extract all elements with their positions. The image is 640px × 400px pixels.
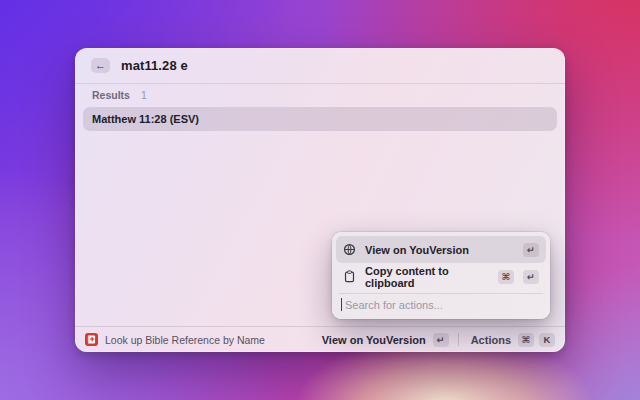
clipboard-icon: [343, 270, 356, 283]
actions-button[interactable]: Actions: [471, 334, 511, 346]
text-cursor: [341, 298, 342, 311]
result-item[interactable]: Matthew 11:28 (ESV): [83, 107, 557, 131]
return-key-badge: ↵: [433, 333, 449, 347]
command-name: Look up Bible Reference by Name: [105, 334, 265, 346]
action-label: View on YouVersion: [365, 244, 469, 256]
bible-app-icon: [85, 333, 98, 346]
actions-search-placeholder: Search for actions...: [345, 299, 443, 311]
results-section-header: Results 1: [92, 89, 147, 101]
status-bar-divider: [458, 333, 459, 346]
return-key-badge: ↵: [523, 243, 539, 257]
desktop-background: ← mat11.28 e Results 1 Matthew 11:28 (ES…: [0, 0, 640, 400]
results-section-label: Results: [92, 89, 130, 101]
k-key-badge: K: [539, 333, 555, 347]
status-bar-right: View on YouVersion ↵ Actions ⌘ K: [322, 333, 555, 347]
search-input[interactable]: mat11.28 e: [121, 58, 188, 73]
action-item-view-on-youversion[interactable]: View on YouVersion ↵: [336, 236, 546, 263]
action-label: Copy content to clipboard: [365, 265, 480, 289]
result-title: Matthew 11:28 (ESV): [92, 113, 199, 125]
back-arrow-icon: ←: [95, 60, 106, 71]
primary-action-label[interactable]: View on YouVersion: [322, 334, 426, 346]
globe-icon: [343, 243, 356, 256]
actions-panel: View on YouVersion ↵ Copy content to cli…: [332, 232, 550, 319]
status-bar-left: Look up Bible Reference by Name: [85, 333, 265, 346]
status-bar: Look up Bible Reference by Name View on …: [75, 326, 565, 352]
command-key-badge: ⌘: [518, 333, 534, 347]
back-button[interactable]: ←: [91, 58, 110, 73]
search-header: ← mat11.28 e: [75, 48, 565, 84]
results-count: 1: [141, 89, 147, 101]
return-key-badge: ↵: [523, 270, 539, 284]
action-item-copy-content[interactable]: Copy content to clipboard ⌘ ↵: [336, 263, 546, 290]
actions-search-input[interactable]: Search for actions...: [336, 294, 546, 315]
command-key-badge: ⌘: [498, 270, 514, 284]
